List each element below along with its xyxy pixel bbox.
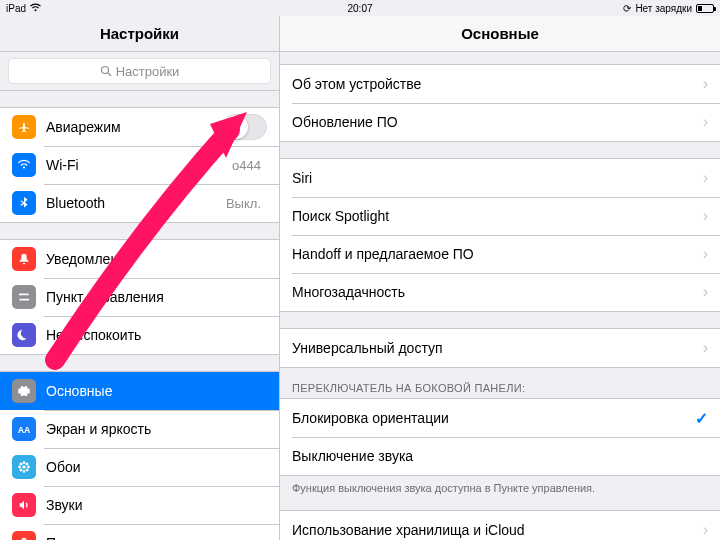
switches-icon xyxy=(12,285,36,309)
sidebar-item-aa[interactable]: AAЭкран и яркость xyxy=(0,410,279,448)
sidebar-item-label: Уведомления xyxy=(46,251,267,267)
airplane-icon xyxy=(12,115,36,139)
battery-icon xyxy=(696,4,714,13)
search-placeholder: Настройки xyxy=(116,64,180,79)
svg-point-13 xyxy=(26,469,29,472)
chevron-right-icon: › xyxy=(703,207,708,225)
settings-sidebar: Настройки Настройки АвиарежимWi-Fio444Bl… xyxy=(0,16,280,540)
svg-point-5 xyxy=(22,465,26,469)
toggle-switch[interactable] xyxy=(223,114,267,140)
svg-point-3 xyxy=(19,298,21,300)
flower-icon xyxy=(12,455,36,479)
sidebar-item-label: Пункт управления xyxy=(46,289,267,305)
sidebar-item-label: Wi-Fi xyxy=(46,157,232,173)
detail-row[interactable]: Выключение звука xyxy=(280,437,720,475)
sidebar-item-label: Основные xyxy=(46,383,267,399)
charging-label: Нет зарядки xyxy=(635,3,692,14)
svg-point-10 xyxy=(20,463,23,466)
detail-row-label: Обновление ПО xyxy=(292,114,703,130)
sidebar-item-label: Обои xyxy=(46,459,267,475)
chevron-right-icon: › xyxy=(703,113,708,131)
chevron-right-icon: › xyxy=(703,75,708,93)
svg-line-1 xyxy=(108,73,111,76)
chevron-right-icon: › xyxy=(703,521,708,539)
svg-point-2 xyxy=(26,293,28,295)
detail-row[interactable]: Handoff и предлагаемое ПО› xyxy=(280,235,720,273)
sidebar-item-label: Не беспокоить xyxy=(46,327,267,343)
search-icon xyxy=(100,65,112,77)
sidebar-item-label: Bluetooth xyxy=(46,195,226,211)
svg-point-6 xyxy=(23,461,26,464)
bluetooth-icon xyxy=(12,191,36,215)
sound-icon xyxy=(12,493,36,517)
sidebar-item-flower[interactable]: Обои xyxy=(0,448,279,486)
detail-row[interactable]: Обновление ПО› xyxy=(280,103,720,141)
sidebar-item-label: Звуки xyxy=(46,497,267,513)
sidebar-item-value: Выкл. xyxy=(226,196,261,211)
sidebar-item-wifi[interactable]: Wi-Fio444 xyxy=(0,146,279,184)
detail-row-label: Поиск Spotlight xyxy=(292,208,703,224)
chevron-right-icon: › xyxy=(703,283,708,301)
wifi-icon xyxy=(30,3,41,14)
sidebar-item-bluetooth[interactable]: BluetoothВыкл. xyxy=(0,184,279,222)
aa-icon: AA xyxy=(12,417,36,441)
sidebar-item-sound[interactable]: Звуки xyxy=(0,486,279,524)
sidebar-item-airplane[interactable]: Авиарежим xyxy=(0,108,279,146)
svg-text:AA: AA xyxy=(18,425,31,435)
sidebar-item-moon[interactable]: Не беспокоить xyxy=(0,316,279,354)
detail-row-label: Блокировка ориентации xyxy=(292,410,695,426)
sync-icon: ⟳ xyxy=(623,3,631,14)
detail-pane: Основные Об этом устройстве›Обновление П… xyxy=(280,16,720,540)
checkmark-icon: ✓ xyxy=(695,409,708,428)
svg-point-12 xyxy=(20,469,23,472)
detail-row-label: Многозадачность xyxy=(292,284,703,300)
chevron-right-icon: › xyxy=(703,339,708,357)
wifi-icon xyxy=(12,153,36,177)
detail-title: Основные xyxy=(280,16,720,52)
detail-row-label: Siri xyxy=(292,170,703,186)
detail-row-label: Использование хранилища и iCloud xyxy=(292,522,703,538)
chevron-right-icon: › xyxy=(703,245,708,263)
detail-row-label: Выключение звука xyxy=(292,448,708,464)
svg-point-0 xyxy=(101,67,108,74)
device-label: iPad xyxy=(6,3,26,14)
sidebar-item-switches[interactable]: Пункт управления xyxy=(0,278,279,316)
detail-row[interactable]: Siri› xyxy=(280,159,720,197)
clock: 20:07 xyxy=(347,3,372,14)
sidebar-item-label: Экран и яркость xyxy=(46,421,267,437)
detail-row-label: Об этом устройстве xyxy=(292,76,703,92)
sidebar-item-label: Пароль xyxy=(46,535,267,540)
sidebar-item-lock[interactable]: Пароль xyxy=(0,524,279,540)
section-footer: Функция выключения звука доступна в Пунк… xyxy=(280,476,720,494)
detail-row[interactable]: Использование хранилища и iCloud› xyxy=(280,511,720,540)
detail-row[interactable]: Поиск Spotlight› xyxy=(280,197,720,235)
detail-row-label: Универсальный доступ xyxy=(292,340,703,356)
lock-icon xyxy=(12,531,36,540)
detail-row[interactable]: Об этом устройстве› xyxy=(280,65,720,103)
sidebar-title: Настройки xyxy=(0,16,279,52)
bell-icon xyxy=(12,247,36,271)
detail-row[interactable]: Универсальный доступ› xyxy=(280,329,720,367)
search-input[interactable]: Настройки xyxy=(8,58,271,84)
sidebar-item-gear[interactable]: Основные xyxy=(0,372,279,410)
svg-point-7 xyxy=(23,470,26,473)
detail-row-label: Handoff и предлагаемое ПО xyxy=(292,246,703,262)
moon-icon xyxy=(12,323,36,347)
status-bar: iPad 20:07 ⟳ Нет зарядки xyxy=(0,0,720,16)
section-header: ПЕРЕКЛЮЧАТЕЛЬ НА БОКОВОЙ ПАНЕЛИ: xyxy=(280,368,720,398)
sidebar-item-label: Авиарежим xyxy=(46,119,223,135)
sidebar-item-value: o444 xyxy=(232,158,261,173)
svg-point-8 xyxy=(18,466,21,469)
detail-row[interactable]: Многозадачность› xyxy=(280,273,720,311)
svg-point-11 xyxy=(26,463,29,466)
detail-row[interactable]: Блокировка ориентации✓ xyxy=(280,399,720,437)
sidebar-item-bell[interactable]: Уведомления xyxy=(0,240,279,278)
chevron-right-icon: › xyxy=(703,169,708,187)
svg-point-9 xyxy=(27,466,30,469)
gear-icon xyxy=(12,379,36,403)
